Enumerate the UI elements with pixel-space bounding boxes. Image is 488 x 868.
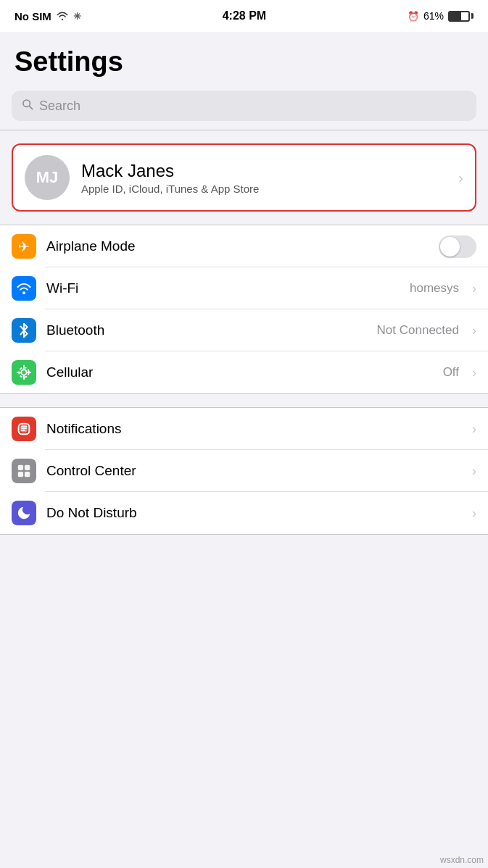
do-not-disturb-row[interactable]: Do Not Disturb ›: [0, 492, 488, 534]
page-title: Settings: [15, 46, 473, 78]
connectivity-group: ✈ Airplane Mode Wi-Fi homesys: [0, 225, 488, 407]
connectivity-list: ✈ Airplane Mode Wi-Fi homesys: [0, 225, 488, 394]
watermark: wsxdn.com: [440, 855, 484, 865]
battery-percent: 61%: [423, 10, 444, 22]
carrier-label: No SIM: [15, 10, 51, 22]
notifications-icon: [12, 417, 36, 441]
control-center-label: Control Center: [46, 463, 462, 479]
airplane-mode-label: Airplane Mode: [46, 238, 429, 254]
profile-section: MJ Mack Janes Apple ID, iCloud, iTunes &…: [0, 130, 488, 225]
cellular-icon: [12, 360, 36, 385]
svg-rect-8: [25, 465, 30, 470]
notifications-list: Notifications › Control Center ›: [0, 407, 488, 535]
search-container: Search: [0, 85, 488, 130]
bluetooth-chevron-icon: ›: [472, 323, 476, 338]
status-right: ⏰ 61%: [408, 10, 473, 22]
search-icon: [22, 99, 33, 113]
svg-rect-9: [18, 472, 23, 477]
profile-info: Mack Janes Apple ID, iCloud, iTunes & Ap…: [81, 161, 447, 195]
avatar: MJ: [25, 155, 70, 200]
control-center-symbol: [16, 463, 32, 479]
svg-rect-10: [25, 472, 30, 477]
settings-title-area: Settings: [0, 32, 488, 85]
profile-row[interactable]: MJ Mack Janes Apple ID, iCloud, iTunes &…: [12, 143, 476, 212]
airplane-mode-row[interactable]: ✈ Airplane Mode: [0, 225, 488, 267]
svg-line-1: [29, 106, 32, 109]
airplane-mode-icon: ✈: [12, 234, 36, 259]
alarm-icon: ⏰: [408, 11, 419, 22]
profile-chevron-icon: ›: [458, 170, 463, 186]
bluetooth-icon: [12, 318, 36, 343]
loading-indicator: ✳︎: [73, 11, 81, 22]
cellular-chevron-icon: ›: [472, 365, 476, 380]
profile-subtitle: Apple ID, iCloud, iTunes & App Store: [81, 183, 447, 195]
control-center-row[interactable]: Control Center ›: [0, 450, 488, 492]
notifications-label: Notifications: [46, 421, 462, 437]
svg-point-2: [22, 291, 25, 294]
airplane-mode-toggle[interactable]: [439, 235, 476, 258]
wifi-value: homesys: [410, 281, 459, 296]
wifi-row[interactable]: Wi-Fi homesys ›: [0, 267, 488, 309]
do-not-disturb-label: Do Not Disturb: [46, 505, 462, 521]
cellular-symbol: [16, 364, 32, 380]
do-not-disturb-chevron-icon: ›: [472, 506, 476, 521]
control-center-chevron-icon: ›: [472, 464, 476, 479]
toggle-knob: [440, 237, 460, 256]
do-not-disturb-icon: [12, 501, 36, 525]
cellular-value: Off: [443, 365, 459, 380]
battery-icon: [448, 11, 473, 22]
status-bar: No SIM ✳︎ 4:28 PM ⏰ 61%: [0, 0, 488, 32]
cellular-row[interactable]: Cellular Off ›: [0, 351, 488, 393]
wifi-status-icon: [56, 11, 69, 21]
control-center-icon: [12, 459, 36, 483]
bluetooth-row[interactable]: Bluetooth Not Connected ›: [0, 309, 488, 351]
notifications-chevron-icon: ›: [472, 422, 476, 437]
wifi-chevron-icon: ›: [472, 281, 476, 296]
cellular-label: Cellular: [46, 364, 433, 380]
profile-name: Mack Janes: [81, 161, 447, 181]
status-time: 4:28 PM: [223, 9, 266, 22]
wifi-symbol: [16, 282, 32, 295]
search-placeholder: Search: [39, 99, 80, 114]
moon-symbol: [16, 505, 32, 521]
wifi-label: Wi-Fi: [46, 280, 400, 296]
svg-point-3: [21, 370, 26, 375]
notifications-group: Notifications › Control Center ›: [0, 407, 488, 548]
svg-rect-7: [18, 465, 23, 470]
bluetooth-symbol: [18, 322, 30, 338]
main-content: Settings Search MJ Mack Janes Apple ID, …: [0, 32, 488, 548]
bluetooth-value: Not Connected: [377, 323, 459, 338]
status-left: No SIM ✳︎: [15, 10, 81, 22]
search-bar[interactable]: Search: [12, 91, 476, 121]
notification-symbol: [16, 421, 32, 437]
bluetooth-label: Bluetooth: [46, 322, 367, 338]
wifi-icon: [12, 276, 36, 301]
notifications-row[interactable]: Notifications ›: [0, 408, 488, 450]
